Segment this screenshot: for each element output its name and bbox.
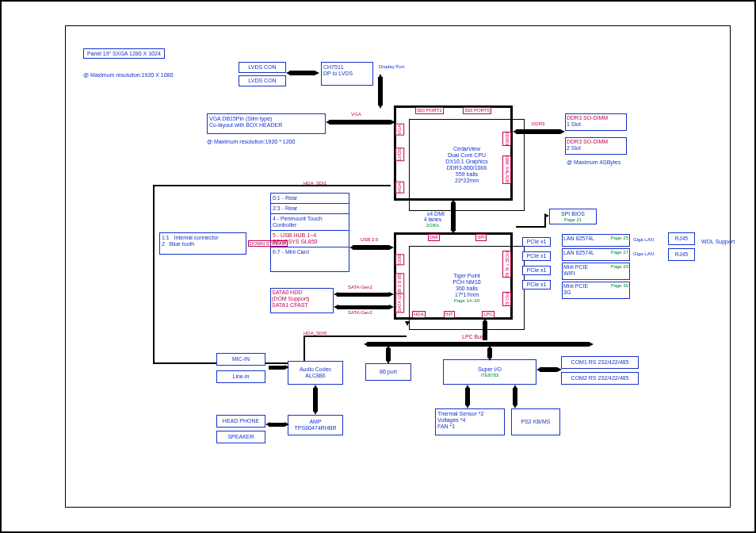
cpu-chip: CedarViewDual Core CPUDX10.1 Graphics DD… (394, 105, 513, 201)
vga-max: @ Maximum resolution:1920 * 1200 (207, 139, 295, 144)
lvds-con-2: LVDS CON (239, 75, 286, 86)
cpu-port-ddr3: DDR3 (502, 132, 511, 146)
pcie-x1-c: PCIe x1 (522, 266, 551, 275)
downstream-label: DOWN STREAM (248, 240, 288, 247)
cpu-port-sdi0: SDI PORT0 (463, 107, 491, 114)
sata-g2: SATA Gen2 (348, 310, 372, 315)
rj45-b: RJ45 (668, 248, 695, 261)
dmi-label: x4 DMI4 lanes2GB/s (421, 205, 445, 228)
display-port-label: Display Port (379, 64, 404, 69)
pch-chip: Tiger PointPCH NM10 360 balls17*17mm Pag… (394, 232, 513, 320)
ddr3-wire: DDR3 (532, 121, 544, 126)
pch-t-spi: SPI (475, 234, 487, 241)
cpu-port-hda: HDA (395, 182, 404, 194)
pch-l-usb: USB (395, 254, 404, 265)
diagram-page: Panel 19" SXGA 1280 X 1024 @ Maximum res… (0, 0, 756, 533)
left-conn-box: 1:1 Internal connector2 Blue tooth (159, 232, 246, 255)
lpc-bus: LPC Bus (462, 334, 484, 339)
cpu-port-lvds: LVDS (395, 148, 404, 161)
spi-bios: SPI BIOSPage 21 (549, 209, 597, 224)
gigalan2: Giga LAN (633, 251, 654, 256)
usb-hub-box: 0:1 - Rear 2:3 - Rear 4 - Penmount Touch… (270, 193, 349, 272)
pch-b-lpc: LPC (482, 311, 494, 318)
cpu-port-dmi: DMI X4L/GB (502, 155, 511, 184)
vga-wire-label: VGA (351, 112, 361, 117)
thermal-box: Thermal Sensor *2Voltages *4FAN *1 (435, 408, 505, 435)
lan1: LAN 82574LPage 25 (562, 234, 630, 247)
mini-pcie-wifi: Mini PCIEPage 29 WIFI (562, 263, 630, 280)
mini-pcie-3g: Mini PCIEPage 30 3G (562, 282, 630, 299)
com2: COM2 RS 232/422/485 (561, 372, 639, 385)
max-res1: @ Maximum resolution:1920 X 1080 (83, 72, 173, 78)
lvds-con-1: LVDS CON (239, 62, 286, 73)
rj45-a: RJ45 (668, 232, 695, 245)
ddr-slot2: DDR3 SO-DIMM2 Slot (565, 137, 627, 155)
pch-b-int: INT (444, 311, 455, 318)
port-80: 80 port (365, 363, 411, 381)
wol-note: WOL Support (701, 239, 735, 244)
gigalan1: Giga LAN (633, 237, 654, 242)
speaker: SPEAKER (216, 431, 265, 443)
panel-note: Panel 19" SXGA 1280 X 1024 (83, 48, 165, 59)
pch-t-dmi: DMI (428, 234, 440, 241)
pch-l-sata: SATA (2) (395, 293, 404, 313)
pch-b-hda: HDA (412, 311, 426, 318)
pch-r-pcie4: PCIE * 4( 6) (502, 251, 511, 278)
lan2: LAN 82574LPage 27 (562, 248, 630, 261)
sata-box: SATA0 HDD(DOM Support)SATA1 CFAST (270, 288, 334, 313)
cpu-port-sdi1: SDI PORT1 (415, 107, 444, 114)
super-io: Super I/OITE8783 (443, 359, 536, 385)
ddr-note: @ Maximum 4GBytes (567, 159, 620, 165)
line-in: Line-in (216, 370, 265, 383)
mic-in: MIC-IN (216, 353, 265, 366)
pcie-x1-d: PCIe x1 (522, 280, 551, 290)
sata-g1: SATA Gen2 (348, 285, 372, 290)
usb20-wire: USB 2.0 (361, 237, 378, 242)
pcie-x1-a: PCIe x1 (522, 237, 551, 247)
diagram-frame: Panel 19" SXGA 1280 X 1024 @ Maximum res… (65, 25, 731, 508)
headphone: HEAD PHONE (216, 415, 265, 428)
audio-codec: Audio CodecALC886 (288, 361, 343, 385)
amp: AMPTPS60474RHBR (288, 415, 343, 435)
ddr-slot1: DDR3 SO-DIMM1 Slot (565, 113, 627, 131)
ch7511: CH7511DP to LVDS (321, 62, 373, 86)
cpu-port-vga: VGA (395, 124, 404, 136)
pcie-x1-b: PCIe x1 (522, 251, 551, 261)
com1: COM1 RS 232/422/485 (561, 356, 639, 369)
vga-box: VGA DB15Pin (Slim type)Co-layout with BO… (207, 113, 326, 134)
pch-r-pcie: PCI E (502, 292, 511, 306)
ps2-box: PS2 KB/MS (511, 408, 560, 435)
